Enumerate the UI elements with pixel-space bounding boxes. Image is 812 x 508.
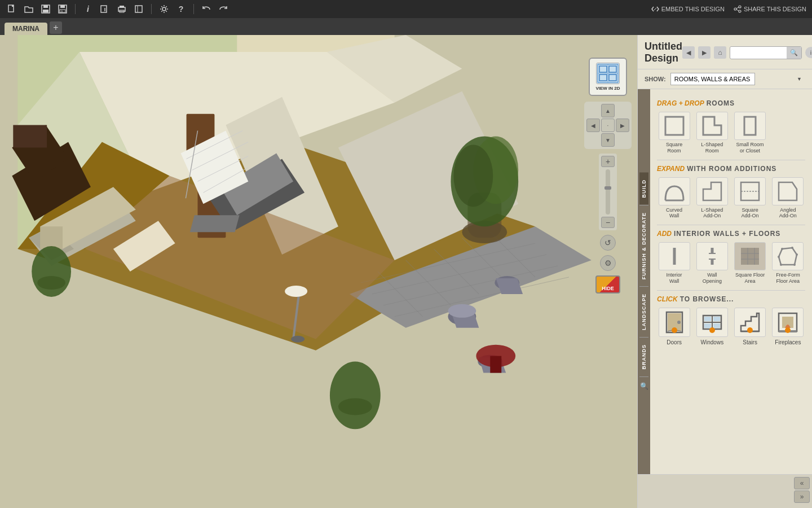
panel-back-button[interactable]: ◀ [682,46,695,59]
collapse-down-button[interactable]: » [794,491,810,503]
help-icon[interactable]: ? [175,3,187,15]
stairs-icon [734,308,766,337]
redo-icon[interactable] [217,3,230,15]
main-area: VIEW IN 2D ▲ ◀ · ▶ ▼ + − [0,35,812,508]
svg-marker-99 [779,182,797,200]
square-addon-label: SquareAdd-On [742,207,759,220]
curved-wall-item[interactable]: CurvedWall [657,177,691,220]
fireplaces-dot [785,327,791,333]
info-icon[interactable]: i [82,3,94,15]
zoom-handle[interactable] [604,186,611,190]
square-floor-item[interactable]: Square FloorArea [733,242,767,284]
section-expand-header: EXPAND WITH ROOM ADDITIONS [657,165,805,173]
settings-icon[interactable] [158,3,170,15]
svg-rect-5 [60,5,65,8]
rotate-button[interactable]: ↺ [600,235,616,251]
panel-info-button[interactable]: i [805,47,812,58]
svg-rect-124 [713,317,720,321]
svg-rect-73 [490,356,501,373]
svg-point-83 [32,246,71,297]
panel-search-button[interactable]: 🔍 [787,47,801,59]
svg-rect-13 [135,6,142,12]
svg-rect-48 [190,215,240,232]
hide-button[interactable]: HIDE [595,275,620,294]
windows-item[interactable]: Windows [695,308,729,345]
svg-line-20 [736,7,739,8]
square-addon-item[interactable]: SquareAdd-On [733,177,767,220]
drag-drop-rest: ROOMS [707,99,735,107]
stairs-item[interactable]: Stairs [733,308,767,345]
svg-rect-105 [741,248,759,265]
zoom-slider[interactable] [606,169,610,214]
svg-marker-110 [779,248,797,265]
svg-point-115 [796,253,798,256]
svg-point-75 [285,286,307,297]
small-room-icon [734,112,766,140]
show-select[interactable]: ROOMS, WALLS & AREAS [670,73,755,85]
open-folder-icon[interactable] [23,3,35,15]
add-tab-button[interactable]: + [50,21,62,34]
nav-right-button[interactable]: ▶ [616,119,629,132]
nav-left-button[interactable]: ◀ [586,119,600,132]
svg-rect-125 [704,323,711,328]
small-room-item[interactable]: Small Roomor Closet [733,112,767,154]
canvas-area[interactable]: VIEW IN 2D ▲ ◀ · ▶ ▼ + − [0,35,637,508]
svg-rect-94 [744,117,756,135]
svg-point-119 [677,321,681,324]
additions-grid: CurvedWall L-ShapedAdd-On [657,177,805,220]
lshaped-room-item[interactable]: L-ShapedRoom [695,112,729,154]
wall-opening-item[interactable]: WallOpening [695,242,729,284]
toolbar: A i ? EMBED THIS DESIGN SHARE THIS DESIG… [0,0,812,18]
view-2d-button[interactable]: VIEW IN 2D [589,58,627,96]
zoom-in-button[interactable]: + [601,156,615,167]
svg-rect-8 [101,6,107,12]
panel-forward-button[interactable]: ▶ [698,46,710,59]
lshaped-room-label: L-ShapedRoom [701,142,723,154]
svg-point-114 [791,247,793,249]
print-icon[interactable] [116,3,128,15]
lshaped-addon-item[interactable]: L-ShapedAdd-On [695,177,729,220]
nav-down-button[interactable]: ▼ [601,133,615,147]
collapse-up-button[interactable]: « [794,477,810,489]
square-floor-icon [734,242,766,270]
freeform-floor-item[interactable]: Free-FormFloor Area [771,242,805,284]
view-controls: VIEW IN 2D ▲ ◀ · ▶ ▼ + − [584,58,632,294]
zoom-out-button[interactable]: − [601,217,615,228]
svg-point-64 [330,362,381,430]
panel-home-button[interactable]: ⌂ [714,46,726,59]
save-icon[interactable] [39,3,52,15]
interior-grid: InteriorWall WallOpening [657,242,805,284]
nav-up-button[interactable]: ▲ [601,104,615,117]
freeform-floor-icon [772,242,804,270]
section-interior-header: ADD INTERIOR WALLS + FLOORS [657,230,805,238]
square-addon-icon [734,177,766,205]
share-button[interactable]: SHARE THIS DESIGN [734,5,806,13]
new-page-icon[interactable] [99,3,111,15]
export-icon[interactable] [133,3,145,15]
square-room-label: SquareRoom [666,142,682,154]
tab-marina[interactable]: MARINA [5,23,47,35]
show-label: SHOW: [645,76,666,82]
panel-search-input[interactable] [730,47,787,58]
svg-point-17 [739,6,741,8]
interior-wall-item[interactable]: InteriorWall [657,242,691,284]
angled-addon-item[interactable]: AngledAdd-On [771,177,805,220]
svg-point-18 [739,10,741,12]
curved-wall-label: CurvedWall [666,207,682,220]
square-room-item[interactable]: SquareRoom [657,112,691,154]
save-as-icon[interactable]: A [56,3,69,15]
embed-button[interactable]: EMBED THIS DESIGN [651,5,725,13]
svg-point-67 [448,304,476,318]
drag-drop-keyword: DRAG + DROP [657,99,704,107]
doors-item[interactable]: Doors [657,308,691,345]
svg-point-15 [162,7,166,11]
settings-button[interactable]: ⚙ [600,255,616,271]
new-doc-icon[interactable] [6,3,18,15]
svg-line-16 [654,8,656,10]
fireplaces-item[interactable]: Fireplaces [771,308,805,345]
undo-icon[interactable] [200,3,213,15]
nav-center-button[interactable]: · [601,119,615,132]
browse-keyword: CLICK [657,295,678,303]
svg-rect-11 [120,6,124,8]
svg-point-19 [734,8,736,10]
